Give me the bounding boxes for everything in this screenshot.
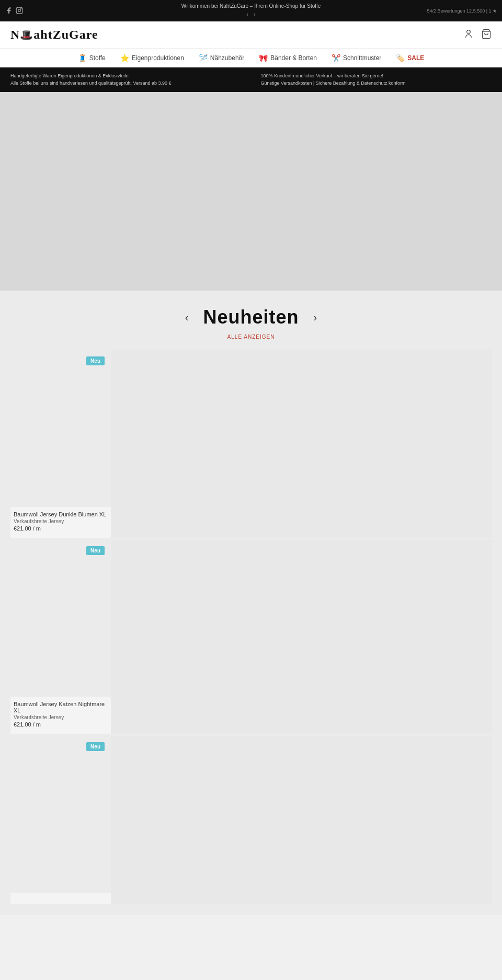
nav-schnittmuster[interactable]: ✂️ Schnittmuster bbox=[332, 54, 381, 62]
neuheiten-section: ‹ Neuheiten › ALLE ANZEIGEN Neu Baumwoll… bbox=[0, 291, 502, 915]
site-header: N🎩ahtZuGare bbox=[0, 21, 502, 48]
account-icon[interactable] bbox=[463, 29, 474, 41]
alle-anzeigen-link[interactable]: ALLE ANZEIGEN bbox=[227, 334, 275, 340]
neuheiten-title: Neuheiten bbox=[203, 306, 299, 328]
alle-anzeigen-container: ALLE ANZEIGEN bbox=[10, 331, 492, 341]
product-image-1: Neu bbox=[10, 350, 111, 507]
product-type-2: Verkaufsbreite Jersey bbox=[14, 714, 108, 720]
product-placeholder-2 bbox=[111, 540, 492, 734]
product-info-3 bbox=[10, 893, 111, 904]
baender-icon: 🎀 bbox=[259, 54, 268, 62]
product-placeholder-3 bbox=[111, 736, 492, 904]
header-actions bbox=[463, 29, 492, 41]
product-card-3[interactable]: Neu bbox=[10, 736, 111, 904]
nav-baender-label: Bänder & Borten bbox=[270, 54, 317, 62]
info-left-line2: Alle Stoffe bei uns sind handverlesen un… bbox=[10, 80, 242, 87]
product-row-2: Neu Baumwoll Jersey Katzen Nightmare XL … bbox=[10, 540, 492, 734]
info-left: Handgefertigte Waren Eigenproduktionen &… bbox=[10, 73, 242, 87]
product-row-1: Neu Baumwoll Jersey Dunkle Blumen XL Ver… bbox=[10, 350, 492, 538]
logo-text2: aht bbox=[33, 28, 52, 41]
top-bar-arrows: ‹ › bbox=[5, 11, 497, 18]
product-card-2[interactable]: Neu Baumwoll Jersey Katzen Nightmare XL … bbox=[10, 540, 111, 734]
logo-text: N bbox=[10, 28, 20, 41]
logo-hat: 🎩 bbox=[20, 29, 33, 41]
nav-sale-label: SALE bbox=[407, 54, 424, 62]
nav-naehzubehoer[interactable]: 🪡 Nähzubehör bbox=[199, 54, 244, 62]
product-image-2: Neu bbox=[10, 540, 111, 697]
svg-point-3 bbox=[467, 30, 471, 33]
neuheiten-header: ‹ Neuheiten › bbox=[10, 306, 492, 328]
nav-eigenproduktionen[interactable]: ⭐ Eigenproduktionen bbox=[120, 54, 184, 62]
site-logo[interactable]: N🎩ahtZuGare bbox=[10, 28, 98, 42]
nav-sale[interactable]: 🏷️ SALE bbox=[396, 54, 424, 62]
info-right-line2: Günstige Versandkosten | Sichere Bezahlu… bbox=[260, 80, 492, 87]
hero-image bbox=[0, 92, 502, 291]
info-left-line1: Handgefertigte Waren Eigenproduktionen &… bbox=[10, 73, 242, 80]
stoffe-icon: 🧵 bbox=[78, 54, 87, 62]
instagram-icon[interactable] bbox=[16, 7, 23, 15]
next-arrow[interactable]: › bbox=[254, 11, 256, 18]
prev-arrow[interactable]: ‹ bbox=[246, 11, 248, 18]
nav-stoffe-label: Stoffe bbox=[89, 54, 106, 62]
neu-badge-3: Neu bbox=[86, 742, 105, 751]
product-info-1: Baumwoll Jersey Dunkle Blumen XL Verkauf… bbox=[10, 507, 111, 538]
product-name-2: Baumwoll Jersey Katzen Nightmare XL bbox=[14, 701, 108, 713]
neu-badge-2: Neu bbox=[86, 546, 105, 555]
neuheiten-next-btn[interactable]: › bbox=[310, 309, 322, 326]
social-icons bbox=[5, 7, 23, 15]
top-bar-rating: 54/2 Bewertungen 12.5.500 | 1 ★ bbox=[427, 8, 497, 14]
info-right-line1: 100% Kundenfreundlicher Verkauf – wir be… bbox=[260, 73, 492, 80]
svg-point-1 bbox=[18, 9, 21, 11]
sale-icon: 🏷️ bbox=[396, 54, 405, 62]
product-price-1: €21.00 / m bbox=[14, 525, 108, 532]
logo-gare: Gare bbox=[69, 28, 98, 41]
product-card-1[interactable]: Neu Baumwoll Jersey Dunkle Blumen XL Ver… bbox=[10, 350, 111, 538]
facebook-icon[interactable] bbox=[5, 7, 13, 15]
product-row-3: Neu bbox=[10, 736, 492, 904]
product-placeholder-1 bbox=[111, 350, 492, 538]
neuheiten-prev-btn[interactable]: ‹ bbox=[181, 309, 193, 326]
nav-naeh-label: Nähzubehör bbox=[210, 54, 244, 62]
announcement-text: Willkommen bei NahtZuGare – Ihrem Online… bbox=[181, 3, 321, 9]
info-right: 100% Kundenfreundlicher Verkauf – wir be… bbox=[260, 73, 492, 87]
naeh-icon: 🪡 bbox=[199, 54, 208, 62]
top-announcement-bar: Willkommen bei NahtZuGare – Ihrem Online… bbox=[0, 0, 502, 21]
nav-eigen-label: Eigenproduktionen bbox=[132, 54, 184, 62]
main-nav: 🧵 Stoffe ⭐ Eigenproduktionen 🪡 Nähzubehö… bbox=[0, 48, 502, 67]
logo-zu: Zu bbox=[53, 28, 69, 41]
nav-schnitt-label: Schnittmuster bbox=[343, 54, 381, 62]
product-info-2: Baumwoll Jersey Katzen Nightmare XL Verk… bbox=[10, 697, 111, 734]
product-name-1: Baumwoll Jersey Dunkle Blumen XL bbox=[14, 511, 108, 517]
cart-icon[interactable] bbox=[481, 29, 492, 41]
svg-point-2 bbox=[21, 8, 21, 9]
neu-badge-1: Neu bbox=[86, 356, 105, 365]
nav-baender[interactable]: 🎀 Bänder & Borten bbox=[259, 54, 317, 62]
svg-rect-0 bbox=[16, 7, 22, 14]
product-image-3: Neu bbox=[10, 736, 111, 893]
product-type-1: Verkaufsbreite Jersey bbox=[14, 518, 108, 524]
info-banner: Handgefertigte Waren Eigenproduktionen &… bbox=[0, 67, 502, 92]
product-price-2: €21.00 / m bbox=[14, 721, 108, 728]
nav-stoffe[interactable]: 🧵 Stoffe bbox=[78, 54, 106, 62]
eigen-icon: ⭐ bbox=[120, 54, 129, 62]
schnitt-icon: ✂️ bbox=[332, 54, 340, 62]
